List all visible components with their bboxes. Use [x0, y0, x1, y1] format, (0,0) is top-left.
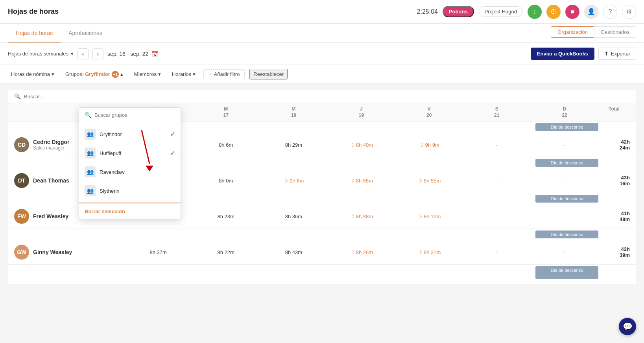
schedules-chevron: ▾ — [193, 71, 196, 77]
dean-total: 43h16m — [598, 175, 630, 186]
cedric-sun: - — [531, 142, 598, 148]
fred-sun: - — [531, 214, 598, 219]
day-letter-s: S — [495, 106, 498, 112]
ginny-fri: ☽8h 31m — [395, 249, 463, 255]
fred-wed: 8h 36m — [260, 214, 327, 219]
schedules-filter[interactable]: Horarios ▾ — [169, 70, 199, 79]
emp-name-cedric: Cedric Diggor — [33, 139, 70, 145]
payroll-filter[interactable]: Horas de nómina ▾ — [8, 70, 57, 79]
moon-icon8: ☽ — [417, 214, 422, 219]
emp-details-cedric: Cedric Diggor Sales manager — [33, 139, 70, 151]
dropdown-list: 👥 Gryffindor ✓ 👥 Hufflepuff ✓ 👥 Ravencla… — [79, 122, 181, 203]
yellow-action-btn[interactable]: ⏱ — [546, 5, 561, 19]
reset-btn[interactable]: Reestablecer — [249, 69, 288, 79]
tab-hojas[interactable]: Hojas de horas — [8, 24, 61, 42]
emp-role-cedric: Sales manager — [33, 145, 70, 151]
moon-icon: ☽ — [350, 142, 354, 148]
ginny-sun: - — [531, 249, 598, 255]
day-letter-m1: M — [224, 106, 228, 112]
group-icon-ravenclaw: 👥 — [85, 166, 96, 177]
next-period-btn[interactable]: › — [92, 48, 103, 59]
calendar-icon[interactable]: 📅 — [151, 51, 158, 57]
dropdown-item-slytherin[interactable]: 👥 Slytherin — [79, 181, 181, 200]
members-filter[interactable]: Miembros ▾ — [131, 70, 164, 79]
red-action-btn[interactable]: ■ — [565, 5, 579, 19]
day-num-20: 20 — [426, 112, 432, 118]
group-name-ravenclaw: Ravenclaw — [100, 169, 125, 175]
date-nav: Hojas de horas semanales ▾ ‹ › sep. 16 -… — [8, 48, 524, 59]
moon-icon6: ☽ — [417, 178, 422, 184]
rest-day-ginny: Día de descanso — [535, 231, 598, 238]
green-action-btn[interactable]: ↕ — [528, 5, 542, 19]
groups-chevron-up: ▴ — [120, 71, 123, 77]
tabs-left: Hojas de horas Aprobaciones — [8, 24, 110, 42]
toggle-organization[interactable]: Organización — [551, 26, 594, 38]
emp-name-fred: Fred Weasley — [33, 213, 68, 219]
search-input[interactable] — [24, 94, 630, 100]
emp-details-dean: Dean Thomas — [33, 177, 69, 184]
members-label: Miembros — [134, 71, 157, 77]
dropdown-item-hufflepuff[interactable]: 👥 Hufflepuff ✓ — [79, 144, 181, 162]
col-day-22: D 22 — [531, 106, 598, 118]
col-day-20: V 20 — [395, 106, 463, 118]
employee-info-ginny: GW Ginny Weasley — [14, 245, 124, 260]
moon-icon2: ☽ — [419, 142, 424, 148]
group-icon-hufflepuff: 👥 — [85, 148, 96, 159]
help-btn[interactable]: ? — [603, 5, 617, 19]
prev-period-btn[interactable]: ‹ — [78, 48, 89, 59]
groups-filter[interactable]: Grupos: Gryffindor +1 ▴ — [62, 69, 126, 79]
clear-selection-btn[interactable]: Borrar selección — [85, 208, 125, 214]
project-badge[interactable]: Project Hagrid — [479, 6, 523, 17]
moon-icon7: ☽ — [350, 214, 354, 219]
toolbar: Hojas de horas semanales ▾ ‹ › sep. 16 -… — [0, 43, 644, 65]
table-row: Día de descanso GW Ginny Weasley 8h 37m … — [8, 229, 636, 265]
rest-day-last: Día de descanso — [535, 266, 598, 279]
members-chevron: ▾ — [158, 71, 161, 77]
time-display: 2:25:04 — [417, 8, 438, 15]
employee-data-ginny: GW Ginny Weasley 8h 37m 8h 22m 8h 43m ☽8… — [8, 240, 636, 264]
rest-day-cedric: Día de descanso — [535, 123, 598, 131]
ginny-tue: 8h 22m — [192, 249, 260, 255]
export-icon: ⬆ — [604, 51, 609, 57]
payroll-chevron: ▾ — [52, 71, 54, 77]
group-name-hufflepuff: Hufflepuff — [100, 150, 121, 156]
user-action-btn[interactable]: 👤 — [584, 5, 598, 19]
schedules-label: Horarios — [172, 71, 191, 77]
col-total: Total — [598, 106, 630, 118]
ginny-thu: ☽8h 26m — [327, 249, 395, 255]
main-content: 🔍 👥 Gryffindor ✓ 👥 Hufflepuff ✓ 👥 Ravenc… — [0, 84, 644, 291]
dean-fri: ☽8h 55m — [395, 178, 463, 184]
export-label: Exportar — [611, 51, 630, 57]
toggle-managed[interactable]: Gestionados — [594, 26, 636, 38]
tabs-right: Organización Gestionados — [551, 26, 636, 42]
ginny-mon: 8h 37m — [124, 249, 192, 255]
rest-day-dean: Día de descanso — [535, 159, 598, 167]
day-num-21: 21 — [494, 112, 499, 118]
moon-icon10: ☽ — [417, 249, 422, 255]
dropdown-item-gryffindor[interactable]: 👥 Gryffindor ✓ — [79, 125, 181, 144]
send-quickbooks-btn[interactable]: Enviar a QuickBooks — [531, 48, 594, 60]
check-gryffindor: ✓ — [170, 131, 175, 138]
moon-icon4: ☽ — [283, 178, 288, 184]
dropdown-search-icon: 🔍 — [85, 112, 91, 118]
toolbar-right: Enviar a QuickBooks ⬆ Exportar — [531, 48, 636, 60]
fred-sat: - — [463, 214, 531, 219]
cedric-total: 42h24m — [598, 139, 630, 151]
dropdown-footer: Borrar selección — [79, 203, 181, 219]
day-num-17: 17 — [223, 112, 229, 118]
settings-btn[interactable]: ⚙ — [622, 5, 636, 19]
add-filter-btn[interactable]: + Añadir filtro — [203, 69, 245, 79]
potions-badge[interactable]: Potions — [443, 6, 474, 17]
fred-total: 41h49m — [598, 210, 630, 222]
period-selector[interactable]: Hojas de horas semanales ▾ — [8, 51, 74, 57]
export-btn[interactable]: ⬆ Exportar — [598, 48, 636, 60]
dropdown-item-ravenclaw[interactable]: 👥 Ravenclaw — [79, 162, 181, 181]
avatar-ginny: GW — [14, 245, 29, 260]
tab-aprobaciones[interactable]: Aprobaciones — [61, 24, 110, 42]
dropdown-search-bar: 🔍 — [79, 108, 181, 122]
emp-name-dean: Dean Thomas — [33, 177, 69, 184]
payroll-label: Horas de nómina — [11, 71, 50, 77]
dropdown-search-input[interactable] — [94, 112, 175, 118]
plus-icon: + — [209, 71, 212, 77]
cedric-sat: - — [463, 142, 531, 148]
